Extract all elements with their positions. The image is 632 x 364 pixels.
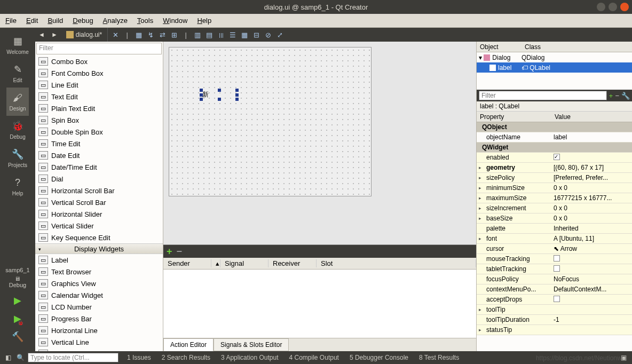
col-receiver[interactable]: Receiver bbox=[268, 259, 317, 267]
prop-minimumsize[interactable]: minimumSize0 x 0 bbox=[477, 183, 632, 193]
form-canvas[interactable]: 新 bbox=[169, 47, 372, 196]
adjust-size-icon[interactable]: ⤢ bbox=[275, 30, 284, 39]
output-toggle-icon[interactable]: ▣ bbox=[615, 354, 632, 361]
edit-widgets-icon[interactable]: ▦ bbox=[135, 30, 143, 39]
prop-maximumsize[interactable]: maximumSize16777215 x 16777... bbox=[477, 193, 632, 203]
prop-cursor[interactable]: cursor⬉ Arrow bbox=[477, 244, 632, 254]
widget-key-sequence-edit[interactable]: ▭Key Sequence Edit bbox=[35, 232, 163, 243]
widget-category-display[interactable]: Display Widgets bbox=[35, 243, 163, 254]
prop-mousetracking[interactable]: mouseTracking bbox=[477, 254, 632, 264]
layout-v-icon[interactable]: ▤ bbox=[205, 30, 214, 39]
widget-vertical-line[interactable]: ▭Vertical Line bbox=[35, 336, 163, 348]
widget-time-edit[interactable]: ▭Time Edit bbox=[35, 138, 163, 149]
widget-vertical-slider[interactable]: ▭Vertical Slider bbox=[35, 220, 163, 232]
widget-horizontal-line[interactable]: ▭Horizontal Line bbox=[35, 325, 163, 336]
close-button[interactable] bbox=[620, 3, 629, 11]
edit-tabs-icon[interactable]: ⊞ bbox=[170, 30, 178, 39]
prop-col-value[interactable]: Value bbox=[551, 113, 632, 121]
widget-date-time-edit[interactable]: ▭Date/Time Edit bbox=[35, 161, 163, 173]
objtree-row-dialog[interactable]: ▾ DialogQDialog bbox=[477, 52, 632, 62]
prop-qwidget[interactable]: QWidget bbox=[477, 143, 632, 153]
widget-spin-box[interactable]: ▭Spin Box bbox=[35, 114, 163, 126]
mode-help[interactable]: ?Help bbox=[6, 172, 29, 201]
widget-label[interactable]: ▭Label bbox=[35, 254, 163, 266]
selected-label-widget[interactable]: 新 bbox=[201, 90, 237, 99]
prop-enabled[interactable]: enabled bbox=[477, 153, 632, 163]
prop-acceptdrops[interactable]: acceptDrops bbox=[477, 295, 632, 305]
layout-grid-icon[interactable]: ▦ bbox=[240, 30, 249, 39]
widgetbox-filter[interactable]: Filter bbox=[36, 43, 162, 54]
add-dynamic-prop-icon[interactable]: + bbox=[609, 92, 613, 100]
prop-tablettracking[interactable]: tabletTracking bbox=[477, 264, 632, 274]
checkbox[interactable] bbox=[554, 296, 560, 302]
run-button[interactable]: ▶ bbox=[14, 295, 21, 306]
prop-geometry[interactable]: geometry[(60, 80), 67 x 17] bbox=[477, 163, 632, 173]
tab-signals-slots[interactable]: Signals & Slots Editor bbox=[214, 338, 289, 351]
menu-help[interactable]: Help bbox=[197, 17, 211, 25]
menu-build[interactable]: Build bbox=[48, 17, 63, 25]
widget-text-browser[interactable]: ▭Text Browser bbox=[35, 266, 163, 278]
add-action-button[interactable]: + bbox=[167, 246, 172, 257]
widget-combo-box[interactable]: ▭Combo Box bbox=[35, 56, 163, 67]
mode-debug[interactable]: 🐞Debug bbox=[6, 116, 29, 144]
output-4-compile-output[interactable]: 4 Compile Output bbox=[284, 354, 344, 361]
remove-dynamic-prop-icon[interactable]: − bbox=[615, 92, 619, 100]
mode-welcome[interactable]: ▦Welcome bbox=[6, 31, 29, 59]
col-slot[interactable]: Slot bbox=[317, 259, 476, 267]
col-signal[interactable]: Signal bbox=[220, 259, 268, 267]
objtree-col-class[interactable]: Class bbox=[522, 43, 632, 51]
mode-projects[interactable]: 🔧Projects bbox=[6, 144, 29, 172]
build-button[interactable]: 🔨 bbox=[12, 331, 23, 343]
widget-dial[interactable]: ▭Dial bbox=[35, 173, 163, 185]
widget-double-spin-box[interactable]: ▭Double Spin Box bbox=[35, 126, 163, 138]
prop-tooltipduration[interactable]: toolTipDuration-1 bbox=[477, 315, 632, 325]
widget-date-edit[interactable]: ▭Date Edit bbox=[35, 149, 163, 161]
prop-sizepolicy[interactable]: sizePolicy[Preferred, Prefer... bbox=[477, 173, 632, 183]
tab-prev-icon[interactable]: ◄ bbox=[35, 31, 48, 38]
sidebar-toggle-icon[interactable]: ◧ bbox=[0, 354, 17, 361]
menu-window[interactable]: Window bbox=[163, 17, 187, 25]
prop-font[interactable]: fontA [Ubuntu, 11] bbox=[477, 234, 632, 244]
prop-sizeincrement[interactable]: sizeIncrement0 x 0 bbox=[477, 203, 632, 213]
debug-run-button[interactable]: ▶🐞 bbox=[14, 313, 21, 325]
prop-settings-icon[interactable]: 🔧 bbox=[621, 92, 630, 100]
widget-vertical-scroll-bar[interactable]: ▭Vertical Scroll Bar bbox=[35, 196, 163, 208]
property-filter[interactable] bbox=[479, 91, 607, 100]
widget-plain-text-edit[interactable]: ▭Plain Text Edit bbox=[35, 102, 163, 114]
prop-basesize[interactable]: baseSize0 x 0 bbox=[477, 213, 632, 224]
menu-file[interactable]: File bbox=[5, 17, 17, 25]
prop-palette[interactable]: paletteInherited bbox=[477, 224, 632, 234]
prop-col-name[interactable]: Property bbox=[477, 113, 551, 121]
layout-hsplit-icon[interactable]: ⫼ bbox=[217, 30, 225, 39]
tab-next-icon[interactable]: ► bbox=[48, 31, 61, 38]
widget-horizontal-scroll-bar[interactable]: ▭Horizontal Scroll Bar bbox=[35, 185, 163, 196]
output-1-issues[interactable]: 1 Issues bbox=[122, 354, 156, 361]
objtree-col-object[interactable]: Object bbox=[477, 43, 522, 51]
checkbox[interactable] bbox=[554, 265, 560, 272]
prop-statustip[interactable]: statusTip bbox=[477, 325, 632, 335]
mode-edit[interactable]: ✎Edit bbox=[6, 59, 29, 88]
object-tree[interactable]: ▾ DialogQDialoglabel🏷 QLabel bbox=[477, 52, 632, 90]
minimize-button[interactable] bbox=[597, 3, 605, 11]
widget-line-edit[interactable]: ▭Line Edit bbox=[35, 79, 163, 91]
menu-tools[interactable]: Tools bbox=[137, 17, 153, 25]
widget-graphics-view[interactable]: ▭Graphics View bbox=[35, 278, 163, 289]
checkbox[interactable] bbox=[554, 255, 560, 262]
output-8-test-results[interactable]: 8 Test Results bbox=[414, 354, 464, 361]
widget-progress-bar[interactable]: ▭Progress Bar bbox=[35, 313, 163, 325]
prop-focuspolicy[interactable]: focusPolicyNoFocus bbox=[477, 274, 632, 284]
break-layout-icon[interactable]: ⊘ bbox=[264, 30, 272, 39]
layout-form-icon[interactable]: ⊟ bbox=[252, 30, 260, 39]
edit-signals-icon[interactable]: ↯ bbox=[146, 30, 155, 39]
output-2-search-results[interactable]: 2 Search Results bbox=[156, 354, 216, 361]
menu-debug[interactable]: Debug bbox=[73, 17, 93, 25]
layout-vsplit-icon[interactable]: ☰ bbox=[228, 30, 237, 39]
tab-action-editor[interactable]: Action Editor bbox=[163, 338, 214, 351]
widget-text-edit[interactable]: ▭Text Edit bbox=[35, 91, 163, 102]
project-selector[interactable]: samp6_1 🖥 Debug bbox=[2, 264, 33, 291]
maximize-button[interactable] bbox=[609, 3, 617, 11]
col-sender[interactable]: Sender bbox=[163, 259, 211, 267]
close-doc-icon[interactable]: ✕ bbox=[111, 30, 120, 39]
prop-contextmenupo-[interactable]: contextMenuPo...DefaultContextM... bbox=[477, 284, 632, 295]
prop-objectname[interactable]: objectNamelabel bbox=[477, 132, 632, 143]
